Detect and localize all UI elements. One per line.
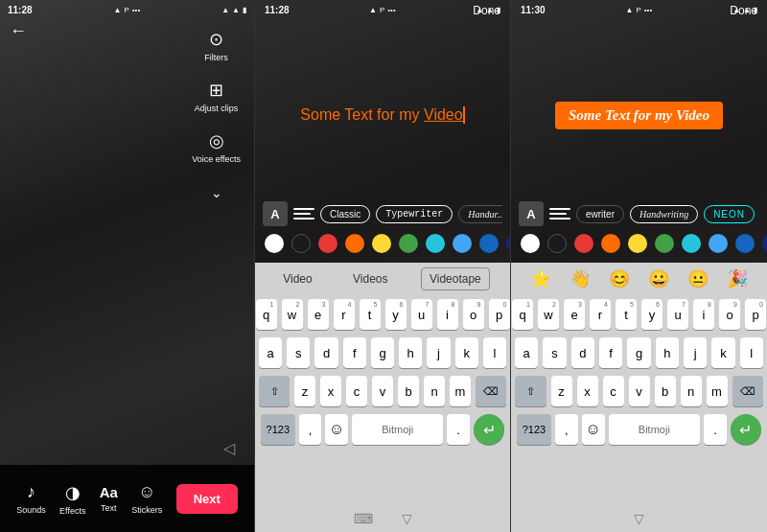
kb-key-j[interactable]: j [427,337,450,368]
font-chip-neon[interactable]: NEON [704,205,755,223]
kb-key-k[interactable]: k [455,337,478,368]
kb3-comma[interactable]: , [555,414,578,445]
kb-key-a[interactable]: a [259,337,282,368]
kb-key-l[interactable]: l [483,337,506,368]
back-button[interactable]: ← [10,21,27,41]
kb-key-n[interactable]: n [424,376,445,406]
kb3-shift[interactable]: ⇧ [515,376,546,406]
kb3-n[interactable]: n [681,376,702,406]
kb3-period[interactable]: . [704,414,727,445]
kb3-m[interactable]: m [707,376,728,406]
star-emoji[interactable]: ⭐ [530,268,551,289]
color-blue-light[interactable] [453,234,472,253]
neutral-emoji[interactable]: 😐 [687,268,709,289]
color-orange-3[interactable] [601,234,620,253]
wave-emoji[interactable]: 👋 [569,268,591,289]
kb3-z[interactable]: z [551,376,572,406]
kb3-enter[interactable]: ↵ [731,414,761,445]
color-blue-3[interactable] [735,234,755,253]
font-chip-handwriting[interactable]: Handur... [458,205,502,223]
kb-key-d[interactable]: d [314,337,337,368]
color-dark-blue-3[interactable] [762,234,767,253]
color-white[interactable] [265,234,284,253]
kb-key-6[interactable]: 6y [385,299,407,330]
kb-bitmoji-2[interactable]: Bitmoji [352,414,443,445]
kb-comma-2[interactable]: , [299,414,322,445]
kb3-u[interactable]: 7u [667,299,688,330]
color-teal[interactable] [426,234,445,253]
kb-shift-2[interactable]: ⇧ [259,376,290,406]
text-align-button[interactable] [293,203,314,224]
kb-key-z[interactable]: z [294,376,315,406]
party-emoji[interactable]: 🎉 [727,268,748,289]
kb-key-c[interactable]: c [346,376,367,406]
kb3-d[interactable]: d [571,337,594,368]
kb-key-5[interactable]: 5t [360,299,381,330]
color-blue-light-3[interactable] [709,234,728,253]
kb3-o[interactable]: 9o [719,299,740,330]
voice-effects-tool[interactable]: ◎ Voice effects [192,130,241,164]
kb3-g[interactable]: g [627,337,650,368]
color-orange[interactable] [345,234,364,253]
kb3-x[interactable]: x [577,376,598,406]
kb-key-g[interactable]: g [371,337,394,368]
kb-key-h[interactable]: h [399,337,422,368]
grin-emoji[interactable]: 😀 [648,268,669,289]
done-button-3[interactable]: Done [730,4,757,17]
kb3-k[interactable]: k [711,337,734,368]
kb3-p[interactable]: 0p [745,299,766,330]
kb-num-2[interactable]: ?123 [261,414,295,445]
kb3-w[interactable]: 2w [538,299,559,330]
kb-key-x[interactable]: x [320,376,341,406]
color-teal-3[interactable] [682,234,701,253]
kb3-v[interactable]: v [629,376,650,406]
kb3-s[interactable]: s [543,337,566,368]
kb3-j[interactable]: j [684,337,707,368]
color-green-3[interactable] [655,234,674,253]
stickers-tool[interactable]: ☺ Stickers [131,482,162,515]
kb3-c[interactable]: c [603,376,624,406]
kb-key-1[interactable]: 1q [256,299,277,330]
font-chip-classic[interactable]: Classic [320,205,370,223]
font-chip-handwriting-3[interactable]: Handwriting [630,205,698,223]
color-white-3[interactable] [521,234,540,253]
kb-key-v[interactable]: v [372,376,393,406]
adjust-clips-tool[interactable]: ⊞ Adjust clips [195,80,239,113]
kb-key-m[interactable]: m [450,376,471,406]
kb-enter-2[interactable]: ↵ [474,414,504,445]
filters-tool[interactable]: ⊙ Filters [204,29,228,62]
font-chip-ewriter[interactable]: ewriter [576,205,624,223]
kb3-l[interactable]: l [740,337,763,368]
color-red-3[interactable] [574,234,593,253]
smile-emoji[interactable]: 😊 [609,268,630,289]
more-tools-chevron[interactable]: ⌄ [211,185,222,200]
color-yellow-3[interactable] [628,234,647,253]
sounds-tool[interactable]: ♪ Sounds [16,482,46,515]
effects-tool[interactable]: ◑ Effects [59,482,85,516]
kb-key-9[interactable]: 9o [463,299,484,330]
kb-key-f[interactable]: f [343,337,366,368]
kb-key-s[interactable]: s [287,337,310,368]
kb3-e[interactable]: 3e [564,299,585,330]
kb-key-4[interactable]: 4r [334,299,355,330]
color-yellow[interactable] [372,234,391,253]
kb3-delete[interactable]: ⌫ [732,376,764,406]
color-black[interactable] [291,234,311,253]
text-align-button-3[interactable] [549,203,570,224]
kb3-emoji[interactable]: ☺ [582,414,605,445]
kb-key-8[interactable]: 8i [437,299,458,330]
kb-key-b[interactable]: b [398,376,419,406]
text-style-a-button-3[interactable]: A [519,201,544,226]
kb3-b[interactable]: b [655,376,676,406]
done-button-2[interactable]: Done [473,4,500,17]
autocomplete-videos[interactable]: Videos [345,268,395,289]
kb3-num[interactable]: ?123 [517,414,551,445]
kb-delete-2[interactable]: ⌫ [476,376,506,406]
color-green[interactable] [399,234,418,253]
kb3-bitmoji[interactable]: Bitmoji [609,414,701,445]
kb3-r[interactable]: 4r [590,299,611,330]
text-style-a-button[interactable]: A [263,201,288,226]
kb-key-7[interactable]: 7u [411,299,432,330]
kb3-y[interactable]: 6y [641,299,662,330]
kb-emoji-2[interactable]: ☺ [325,414,348,445]
